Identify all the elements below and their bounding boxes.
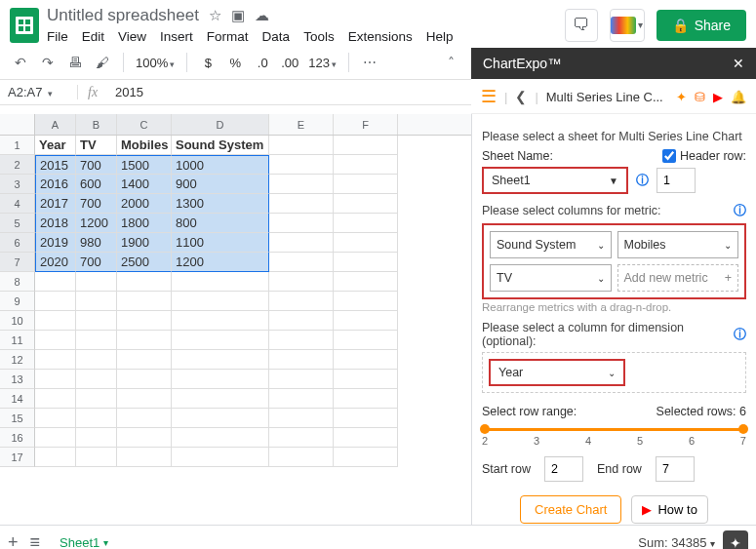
cell[interactable] — [117, 331, 172, 350]
sheets-logo[interactable] — [10, 8, 39, 43]
row-header[interactable]: 4 — [0, 194, 35, 214]
star-icon[interactable]: ☆ — [209, 7, 221, 24]
menu-format[interactable]: Format — [207, 29, 249, 44]
all-sheets-icon[interactable]: ≡ — [30, 532, 41, 549]
undo-icon[interactable]: ↶ — [8, 50, 33, 75]
cell[interactable] — [117, 350, 172, 370]
cell[interactable]: 700 — [76, 253, 117, 272]
cell[interactable]: 900 — [172, 175, 269, 194]
metric-3-select[interactable]: TV⌄ — [490, 264, 612, 292]
cell[interactable]: 2015 — [35, 155, 76, 175]
row-header[interactable]: 7 — [0, 253, 35, 272]
cell[interactable]: 2016 — [35, 175, 76, 194]
row-header[interactable]: 15 — [0, 409, 35, 428]
header-row-checkbox[interactable] — [662, 149, 676, 163]
header-row-input[interactable] — [657, 168, 696, 193]
redo-icon[interactable]: ↷ — [35, 50, 60, 75]
metric-2-select[interactable]: Mobiles⌄ — [617, 231, 739, 258]
row-header[interactable]: 12 — [0, 350, 35, 370]
row-header[interactable]: 2 — [0, 155, 35, 175]
cell[interactable] — [35, 448, 76, 467]
cell[interactable]: 2020 — [35, 253, 76, 272]
cell[interactable] — [117, 448, 172, 467]
cell[interactable]: 1100 — [172, 233, 269, 253]
data-icon[interactable]: ⛁ — [695, 90, 705, 104]
cell[interactable] — [35, 370, 76, 389]
cell[interactable]: 1800 — [117, 214, 172, 233]
cell[interactable] — [334, 389, 398, 409]
cell[interactable] — [35, 409, 76, 428]
menu-file[interactable]: File — [47, 29, 68, 44]
cell[interactable] — [117, 409, 172, 428]
info-icon[interactable]: ⓘ — [734, 326, 746, 343]
end-row-input[interactable] — [656, 456, 695, 482]
dimension-select[interactable]: Year⌄ — [489, 359, 625, 386]
cell[interactable]: 1300 — [172, 194, 269, 214]
cell[interactable] — [172, 448, 269, 467]
cell[interactable]: 1200 — [172, 253, 269, 272]
cell[interactable] — [269, 428, 334, 448]
menu-extensions[interactable]: Extensions — [348, 29, 413, 44]
move-icon[interactable]: ▣ — [231, 7, 245, 24]
cell[interactable] — [334, 350, 398, 370]
cell[interactable] — [269, 350, 334, 370]
cell[interactable] — [269, 233, 334, 253]
cell[interactable]: 980 — [76, 233, 117, 253]
youtube-icon[interactable]: ▶ — [713, 90, 723, 104]
cell[interactable] — [334, 311, 398, 331]
cell[interactable] — [117, 389, 172, 409]
print-icon[interactable]: 🖶 — [62, 50, 88, 75]
cell[interactable] — [172, 292, 269, 311]
add-metric-button[interactable]: Add new metric+ — [617, 264, 739, 292]
cell[interactable] — [172, 428, 269, 448]
zoom-select[interactable]: 100%▾ — [132, 56, 179, 70]
cell[interactable] — [35, 350, 76, 370]
bell-icon[interactable]: 🔔 — [731, 90, 746, 104]
sheet-select[interactable]: Sheet1▼ — [482, 167, 628, 194]
cell[interactable] — [269, 214, 334, 233]
col-header-C[interactable]: C — [117, 114, 172, 135]
row-header[interactable]: 14 — [0, 389, 35, 409]
cell[interactable] — [76, 370, 117, 389]
row-header[interactable]: 8 — [0, 272, 35, 292]
cell[interactable] — [269, 194, 334, 214]
cell[interactable] — [172, 370, 269, 389]
doc-title[interactable]: Untitled spreadsheet — [47, 6, 199, 25]
start-row-input[interactable] — [544, 456, 583, 482]
info-icon[interactable]: ⓘ — [734, 202, 746, 219]
col-header-D[interactable]: D — [172, 114, 269, 135]
row-header[interactable]: 9 — [0, 292, 35, 311]
row-range-slider[interactable]: 2 3 4 5 6 7 — [482, 428, 746, 447]
row-header[interactable]: 11 — [0, 331, 35, 350]
cell[interactable] — [117, 292, 172, 311]
cell[interactable] — [35, 389, 76, 409]
cell[interactable]: 2000 — [117, 194, 172, 214]
overflow-icon[interactable]: ⋯ — [357, 50, 382, 75]
menu-data[interactable]: Data — [262, 29, 291, 44]
cell[interactable] — [269, 389, 334, 409]
howto-button[interactable]: ▶How to — [631, 495, 707, 524]
cell[interactable] — [76, 448, 117, 467]
cell[interactable] — [334, 175, 398, 194]
formula-input[interactable]: 2015 — [107, 85, 471, 99]
row-header[interactable]: 16 — [0, 428, 35, 448]
name-box[interactable]: A2:A7 ▾ — [0, 85, 78, 99]
cell[interactable]: 2500 — [117, 253, 172, 272]
cell[interactable]: 1900 — [117, 233, 172, 253]
col-header-B[interactable]: B — [76, 114, 117, 135]
cell[interactable]: TV — [76, 136, 117, 155]
cell[interactable]: 2018 — [35, 214, 76, 233]
number-format-select[interactable]: 123▾ — [304, 56, 340, 70]
sheet-tab[interactable]: Sheet1▾ — [52, 535, 116, 549]
select-all-cell[interactable] — [0, 114, 35, 135]
comments-icon[interactable]: 🗨 — [565, 9, 598, 42]
sum-display[interactable]: Sum: 34385 ▾ — [638, 535, 715, 549]
cell[interactable] — [269, 175, 334, 194]
cell[interactable] — [117, 370, 172, 389]
cell[interactable] — [76, 272, 117, 292]
menu-insert[interactable]: Insert — [160, 29, 193, 44]
cell[interactable] — [269, 155, 334, 175]
menu-edit[interactable]: Edit — [82, 29, 104, 44]
cloud-icon[interactable]: ☁ — [255, 7, 269, 24]
explore-button[interactable]: ✦ — [723, 530, 748, 550]
